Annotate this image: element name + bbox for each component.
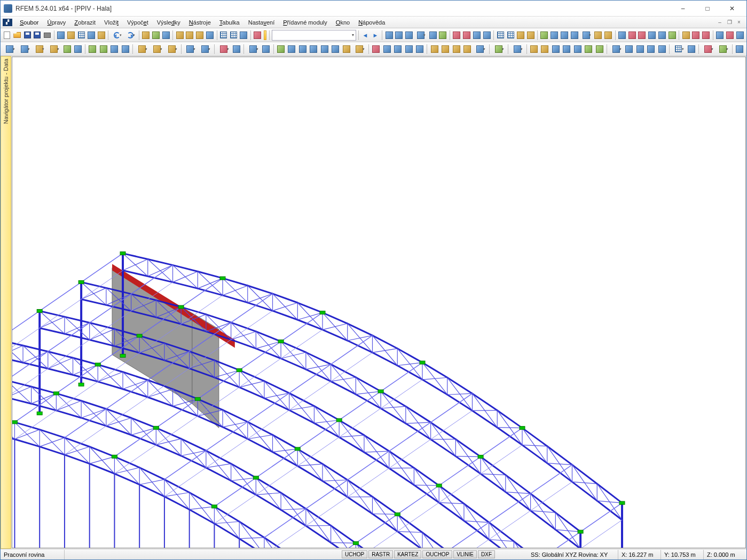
t2-34[interactable]: [441, 44, 451, 54]
menu-napoveda[interactable]: Nápověda: [354, 18, 389, 27]
redo-button[interactable]: [124, 30, 137, 41]
toggle-vlinie[interactable]: VLINIE: [453, 550, 477, 558]
toggle-kartez[interactable]: KARTEZ: [394, 550, 421, 558]
undo-button[interactable]: [111, 30, 123, 41]
t2-27[interactable]: [352, 44, 366, 54]
prev-button[interactable]: ◄: [361, 30, 370, 41]
t2-15[interactable]: [198, 44, 212, 54]
mdi-minimize-icon[interactable]: –: [715, 19, 724, 25]
t2-49[interactable]: [635, 44, 645, 54]
tb-20[interactable]: [219, 30, 228, 41]
t2-41[interactable]: [540, 44, 550, 54]
tb-40[interactable]: [540, 30, 549, 41]
tb-38[interactable]: [516, 30, 525, 41]
tb-34[interactable]: [472, 30, 481, 41]
mdi-close-icon[interactable]: ×: [735, 19, 743, 25]
t2-7[interactable]: [88, 44, 98, 54]
t2-33[interactable]: [429, 44, 439, 54]
tb-47[interactable]: [617, 30, 626, 41]
t2-37[interactable]: [473, 44, 487, 54]
menu-vysledky[interactable]: Výsledky: [153, 18, 185, 27]
t2-16[interactable]: [217, 44, 231, 54]
tb-27[interactable]: [395, 30, 404, 41]
toggle-dxf[interactable]: DXF: [478, 550, 495, 558]
tb-22[interactable]: [239, 30, 248, 41]
toggle-uchop[interactable]: UCHOP: [342, 550, 367, 558]
tb-33[interactable]: [462, 30, 471, 41]
t2-43[interactable]: [562, 44, 572, 54]
tb-6[interactable]: [57, 30, 66, 41]
t2-32[interactable]: [415, 44, 425, 54]
t2-17[interactable]: [232, 44, 242, 54]
t2-50[interactable]: [646, 44, 656, 54]
t2-25[interactable]: [331, 44, 341, 54]
t2-4[interactable]: [47, 44, 61, 54]
t2-47[interactable]: [609, 44, 623, 54]
tb-39[interactable]: [526, 30, 535, 41]
menu-tabulka[interactable]: Tabulka: [215, 18, 244, 27]
mdi-restore-icon[interactable]: ❐: [725, 19, 734, 25]
t2-8[interactable]: [99, 44, 109, 54]
menu-vypocet[interactable]: Výpočet: [123, 18, 153, 27]
tb-53[interactable]: [681, 30, 690, 41]
t2-5[interactable]: [62, 44, 72, 54]
tb-14[interactable]: [152, 30, 161, 41]
menu-pridavne[interactable]: Přídavné moduly: [279, 18, 332, 27]
tb-36[interactable]: [496, 30, 505, 41]
tb-54[interactable]: [691, 30, 701, 41]
t2-55[interactable]: [716, 44, 730, 54]
loadcase-combo[interactable]: [272, 30, 356, 41]
t2-56[interactable]: [735, 44, 745, 54]
viewport-3d[interactable]: [12, 57, 746, 548]
menu-okno[interactable]: Okno: [332, 18, 354, 27]
toggle-rastr[interactable]: RASTR: [368, 550, 393, 558]
tb-56[interactable]: [715, 30, 725, 41]
t2-13[interactable]: [165, 44, 179, 54]
tb-9[interactable]: [87, 30, 96, 41]
t2-29[interactable]: [382, 44, 392, 54]
t2-9[interactable]: [109, 44, 120, 54]
t2-53[interactable]: [687, 44, 697, 54]
menu-nastaveni[interactable]: Nastavení: [244, 18, 279, 27]
tb-46[interactable]: [604, 30, 613, 41]
t2-35[interactable]: [451, 44, 461, 54]
tb-30[interactable]: [428, 30, 437, 41]
save-button[interactable]: [23, 30, 32, 41]
tb-44[interactable]: [580, 30, 592, 41]
tb-41[interactable]: [550, 30, 559, 41]
t2-18[interactable]: [246, 44, 260, 54]
tb-45[interactable]: [594, 30, 603, 41]
menu-nastroje[interactable]: Nástroje: [185, 18, 215, 27]
t2-12[interactable]: [150, 44, 164, 54]
t2-19[interactable]: [261, 44, 271, 54]
t2-44[interactable]: [573, 44, 583, 54]
tb-13[interactable]: [141, 30, 151, 41]
maximize-button[interactable]: □: [695, 1, 720, 17]
menu-soubor[interactable]: Soubor: [15, 18, 43, 27]
t2-54[interactable]: [701, 44, 715, 54]
new-button[interactable]: [3, 30, 12, 41]
tb-8[interactable]: [77, 30, 86, 41]
tb-19[interactable]: [206, 30, 215, 41]
t2-39[interactable]: [510, 44, 524, 54]
tb-57[interactable]: [725, 30, 734, 41]
t2-40[interactable]: [529, 44, 539, 54]
menu-vlozit[interactable]: Vložit: [100, 18, 123, 27]
minimize-button[interactable]: –: [671, 1, 695, 17]
tb-48[interactable]: [627, 30, 636, 41]
close-button[interactable]: ✕: [720, 1, 744, 17]
t2-2[interactable]: [18, 44, 32, 54]
t2-48[interactable]: [624, 44, 634, 54]
t2-36[interactable]: [462, 44, 473, 54]
t2-46[interactable]: [595, 44, 605, 54]
tb-55[interactable]: [702, 30, 711, 41]
tb-37[interactable]: [506, 30, 515, 41]
tb-15[interactable]: [161, 30, 170, 41]
t2-31[interactable]: [404, 44, 414, 54]
t2-42[interactable]: [551, 44, 561, 54]
t2-10[interactable]: [121, 44, 131, 54]
tb-50[interactable]: [648, 30, 657, 41]
tb-7[interactable]: [67, 30, 76, 41]
tb-42[interactable]: [560, 30, 569, 41]
t2-24[interactable]: [320, 44, 330, 54]
